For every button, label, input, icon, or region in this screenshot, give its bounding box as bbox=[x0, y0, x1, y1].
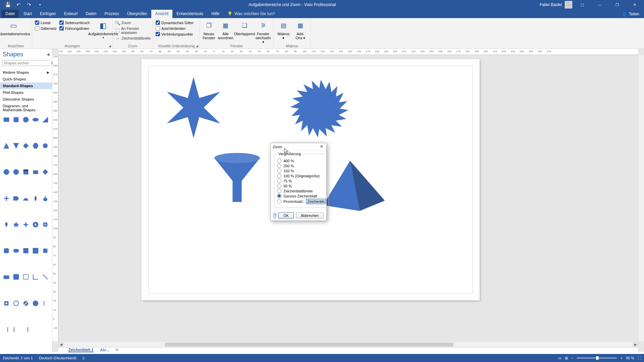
undo-icon[interactable]: ↶ bbox=[13, 1, 23, 9]
shape-thumb-16[interactable] bbox=[12, 195, 20, 202]
tell-me[interactable]: 💡 Was möchten Sie tun? bbox=[227, 11, 275, 18]
view-presentation-icon[interactable]: ▭ bbox=[558, 356, 561, 360]
shape-thumb-5[interactable] bbox=[3, 142, 10, 149]
tab-entwurf[interactable]: Entwurf bbox=[60, 10, 82, 18]
shape-thumb-4[interactable] bbox=[42, 116, 49, 123]
shape-thumb-31[interactable] bbox=[12, 273, 20, 281]
zoom-cmd-0[interactable]: 🔍Zoom bbox=[115, 20, 151, 25]
dialog-close-icon[interactable]: ✕ bbox=[319, 144, 324, 149]
ok-button[interactable]: OK bbox=[278, 213, 294, 219]
shape-thumb-17[interactable] bbox=[22, 195, 30, 202]
shape-burst[interactable] bbox=[289, 78, 350, 139]
shape-thumb-37[interactable] bbox=[22, 300, 30, 307]
shape-thumb-28[interactable] bbox=[32, 247, 39, 254]
shape-thumb-6[interactable] bbox=[12, 142, 20, 149]
shape-thumb-1[interactable] bbox=[12, 116, 20, 123]
avatar[interactable] bbox=[565, 1, 572, 8]
zoom-level[interactable]: 95 % bbox=[626, 356, 634, 360]
qat-customize-icon[interactable]: ▾ bbox=[35, 1, 45, 9]
shape-thumb-30[interactable] bbox=[3, 273, 10, 281]
check-autoverbinden[interactable]: AutoVerbinden bbox=[156, 26, 194, 31]
tab-überprüfen[interactable]: Überprüfen bbox=[123, 10, 151, 18]
zoom-opt-zeichenblattbreite[interactable]: Zeichenblattbreite bbox=[277, 189, 326, 193]
help-icon[interactable]: ? bbox=[273, 213, 276, 219]
shape-thumb-42[interactable] bbox=[22, 326, 30, 333]
zoom-opt-200-[interactable]: 200 % bbox=[277, 164, 326, 168]
tab-hilfe[interactable]: Hilfe bbox=[207, 10, 223, 18]
shape-thumb-32[interactable] bbox=[22, 273, 30, 281]
stencil-diagramm-und-mathematik-shapes[interactable]: Diagramm- und Mathematik-Shapes bbox=[0, 103, 52, 113]
zoom-in-icon[interactable]: + bbox=[620, 356, 622, 360]
shape-thumb-11[interactable] bbox=[12, 168, 20, 176]
shape-thumb-14[interactable] bbox=[42, 168, 49, 176]
macro-btn-0[interactable]: ▤Makros ▾ bbox=[276, 20, 291, 40]
shape-funnel[interactable] bbox=[209, 149, 266, 206]
macro-btn-1[interactable]: ▦Add-Ons ▾ bbox=[293, 20, 308, 40]
shape-thumb-40[interactable] bbox=[3, 326, 10, 333]
tab-prozess[interactable]: Prozess bbox=[100, 10, 123, 18]
share-button[interactable]: 👤 Teilen bbox=[617, 10, 644, 18]
shape-thumb-25[interactable] bbox=[3, 247, 10, 254]
zoom-opt-150-[interactable]: 150 % bbox=[277, 169, 326, 173]
presentation-mode-button[interactable]: ▭Präsentationsmodus bbox=[3, 20, 24, 36]
tab-ansicht[interactable]: Ansicht bbox=[151, 10, 172, 18]
stencil-quick-shapes[interactable]: Quick-Shapes bbox=[0, 76, 52, 82]
window-btn-3[interactable]: ⚞Fenster wechseln ▾ bbox=[256, 20, 271, 44]
minimize-icon[interactable]: — bbox=[592, 0, 607, 9]
shape-thumb-9[interactable] bbox=[42, 142, 49, 149]
shape-thumb-13[interactable] bbox=[32, 168, 39, 176]
check-verbindungspunkte[interactable]: Verbindungspunkte bbox=[156, 32, 194, 36]
shape-thumb-21[interactable] bbox=[12, 221, 20, 228]
shape-thumb-33[interactable] bbox=[32, 273, 39, 281]
user-name[interactable]: Fabio Basler bbox=[540, 2, 562, 7]
zoom-radio-percent[interactable] bbox=[277, 199, 281, 204]
search-input[interactable] bbox=[2, 60, 51, 66]
tab-start[interactable]: Start bbox=[19, 10, 36, 18]
shape-thumb-22[interactable] bbox=[22, 221, 30, 228]
check-gitternetz[interactable]: Gitternetz bbox=[35, 26, 57, 31]
zoom-opt-100-originalgr-e-[interactable]: 100 % (Originalgröße) bbox=[277, 174, 326, 178]
scroll-thumb[interactable] bbox=[165, 343, 453, 347]
shape-thumb-12[interactable] bbox=[22, 168, 30, 176]
shape-thumb-2[interactable] bbox=[22, 116, 30, 123]
close-icon[interactable]: ✕ bbox=[627, 0, 642, 9]
macro-record-icon[interactable]: ▯ bbox=[83, 356, 85, 360]
scroll-left-icon[interactable]: ◀ bbox=[58, 342, 64, 347]
shape-thumb-24[interactable] bbox=[42, 221, 49, 228]
save-icon[interactable]: 💾 bbox=[3, 1, 13, 9]
anzeigen-launcher-icon[interactable]: ◢ bbox=[109, 44, 111, 48]
zoom-percent-input[interactable] bbox=[306, 199, 326, 204]
maximize-icon[interactable]: ❐ bbox=[610, 0, 625, 9]
zoom-cmd-2[interactable]: ↔Zeichenblattbreite bbox=[115, 36, 151, 41]
task-panes-button[interactable]: ◧Aufgabenbereiche▾ bbox=[93, 20, 114, 40]
shape-thumb-39[interactable] bbox=[42, 300, 49, 307]
redo-icon[interactable]: ↷ bbox=[24, 1, 34, 9]
shape-thumb-34[interactable] bbox=[42, 273, 49, 281]
stencil-dekorative-shapes[interactable]: Dekorative Shapes bbox=[0, 96, 52, 103]
zoom-slider[interactable] bbox=[577, 357, 617, 359]
fit-page-icon[interactable]: ⛶ bbox=[638, 356, 641, 360]
check-führungslinien[interactable]: Führungslinien bbox=[59, 26, 90, 31]
zoom-opt-75-[interactable]: 75 % bbox=[277, 179, 326, 183]
shape-thumb-41[interactable] bbox=[12, 326, 20, 333]
check-seitenumbruch[interactable]: Seitenumbruch bbox=[59, 20, 90, 25]
collapse-icon[interactable]: ◀ bbox=[47, 52, 49, 57]
shape-thumb-27[interactable] bbox=[22, 247, 30, 254]
shape-thumb-15[interactable] bbox=[3, 195, 10, 202]
visuell-launcher-icon[interactable]: ◢ bbox=[196, 44, 198, 48]
stencil-pfeil-shapes[interactable]: Pfeil-Shapes bbox=[0, 89, 52, 96]
shape-star[interactable] bbox=[162, 76, 225, 139]
status-language[interactable]: Deutsch (Deutschland) bbox=[39, 356, 76, 360]
tab-file[interactable]: Datei bbox=[1, 10, 19, 18]
tab-daten[interactable]: Daten bbox=[82, 10, 100, 18]
window-btn-0[interactable]: ❐Neues Fenster bbox=[203, 20, 215, 40]
scrollbar-horizontal[interactable]: ◀ ▶ bbox=[58, 342, 638, 347]
page-tab-1[interactable]: Zeichenblatt-1 bbox=[68, 348, 94, 352]
cancel-button[interactable]: Abbrechen bbox=[296, 213, 324, 219]
window-btn-1[interactable]: ▦Alle anordnen bbox=[218, 20, 233, 40]
shape-thumb-36[interactable] bbox=[12, 300, 20, 307]
page-tab-all[interactable]: Alle ▴ bbox=[100, 348, 109, 352]
shape-thumb-19[interactable] bbox=[42, 195, 49, 202]
stencil-weitere-shapes[interactable]: Weitere Shapes▶ bbox=[0, 69, 52, 76]
canvas[interactable] bbox=[58, 55, 638, 341]
